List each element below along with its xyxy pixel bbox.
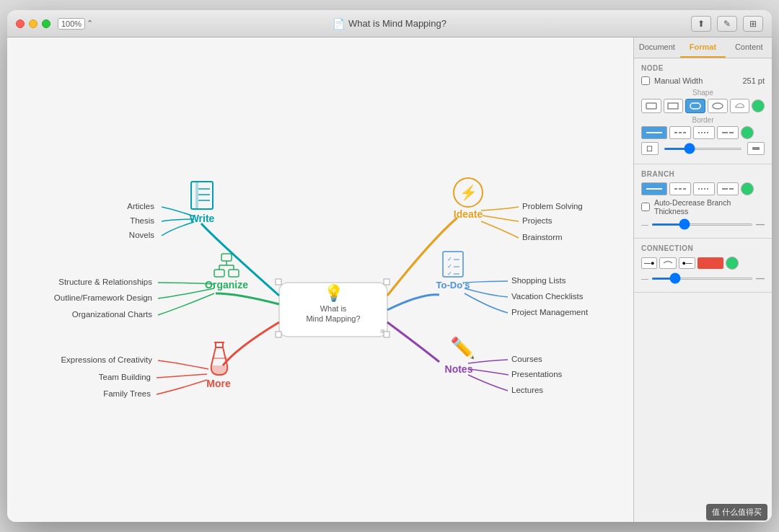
branch-thin-icon: — <box>641 221 648 229</box>
svg-text:Lectures: Lectures <box>511 386 543 394</box>
svg-text:Presentations: Presentations <box>511 370 563 378</box>
auto-decrease-checkbox[interactable] <box>641 203 650 211</box>
svg-text:Ideate: Ideate <box>454 208 483 220</box>
border-dash1-btn[interactable] <box>669 126 691 139</box>
svg-text:💡: 💡 <box>324 283 344 303</box>
manual-width-checkbox[interactable] <box>641 76 650 85</box>
conn-thin-icon: — <box>641 275 648 283</box>
border-width-row: ☐ <box>641 142 765 155</box>
node-section-title: NODE <box>641 64 765 72</box>
svg-rect-10 <box>195 182 198 209</box>
svg-text:Expressions of Creativity: Expressions of Creativity <box>61 355 152 364</box>
svg-text:Problem Solving: Problem Solving <box>522 202 583 210</box>
share-button[interactable]: ⬆ <box>691 16 711 32</box>
shape-roundrect-btn[interactable] <box>685 99 705 113</box>
window-title: 📄 What is Mind Mapping? <box>333 18 446 30</box>
svg-rect-7 <box>384 332 390 337</box>
svg-text:Projects: Projects <box>522 216 553 225</box>
svg-rect-59 <box>646 103 656 109</box>
svg-text:Thesis: Thesis <box>130 216 154 225</box>
watermark: 值 什么值得买 <box>706 504 767 520</box>
svg-text:Team Building: Team Building <box>99 373 151 381</box>
svg-rect-42 <box>229 270 239 277</box>
traffic-lights <box>16 19 50 28</box>
tab-document[interactable]: Document <box>634 37 680 58</box>
svg-text:Novels: Novels <box>129 231 154 239</box>
branch-dash2-btn[interactable] <box>693 182 715 195</box>
shape-rect-sharp-btn[interactable] <box>664 99 684 113</box>
connection-section-title: CONNECTION <box>641 244 765 252</box>
svg-text:What is: What is <box>320 304 347 313</box>
branch-color-btn[interactable] <box>741 182 754 195</box>
branch-thick-icon: — <box>756 219 765 229</box>
shape-oval-btn[interactable] <box>708 99 728 113</box>
svg-point-62 <box>713 103 723 109</box>
shape-color-btn[interactable] <box>752 99 765 112</box>
branch-dash1-btn[interactable] <box>669 182 691 195</box>
border-color-btn[interactable] <box>741 126 754 139</box>
connection-row1: —● ●— <box>641 257 765 270</box>
connection-end-btn[interactable]: ●— <box>679 257 695 269</box>
shape-cloud-btn[interactable] <box>730 99 750 113</box>
connection-section: CONNECTION —● ●— — <box>634 239 772 293</box>
zoom-stepper[interactable]: ⌃ <box>87 19 93 28</box>
connection-style-btn[interactable] <box>659 257 677 269</box>
border-no-btn[interactable]: ☐ <box>641 142 659 155</box>
svg-text:More: More <box>206 378 231 389</box>
border-thick-btn[interactable] <box>747 142 765 155</box>
manual-width-label: Manual Width <box>654 76 705 85</box>
connection-slider-row: — — <box>641 273 765 283</box>
border-label: Border <box>641 116 765 124</box>
svg-text:Courses: Courses <box>511 355 542 363</box>
document-icon: 📄 <box>333 18 345 30</box>
layout-button[interactable]: ⊞ <box>743 16 763 32</box>
panel-tabs: Document Format Content <box>634 37 772 58</box>
border-dash3-btn[interactable] <box>717 126 739 139</box>
connection-start-btn[interactable]: —● <box>641 257 657 269</box>
svg-text:Notes: Notes <box>445 363 473 375</box>
border-width-slider[interactable] <box>664 148 742 150</box>
connection-width-slider[interactable] <box>651 278 753 280</box>
manual-width-row: Manual Width 251 pt <box>641 76 765 85</box>
title-text: What is Mind Mapping? <box>348 18 446 29</box>
svg-rect-41 <box>214 270 224 277</box>
branch-dash3-btn[interactable] <box>717 182 739 195</box>
arrow-end-icon: ●— <box>682 260 692 267</box>
svg-rect-24 <box>443 252 463 277</box>
svg-text:Project Management: Project Management <box>511 308 589 316</box>
svg-text:Shopping Lists: Shopping Lists <box>511 276 566 285</box>
minimize-button[interactable] <box>29 19 38 28</box>
titlebar: 100% ⌃ 📄 What is Mind Mapping? ⬆ ✎ ⊞ <box>7 10 772 37</box>
svg-text:⚡: ⚡ <box>459 184 477 201</box>
border-solid-btn[interactable] <box>641 126 667 139</box>
main-content: 💡 What is Mind Mapping? ⊞ Write <box>7 37 772 522</box>
tab-format[interactable]: Format <box>680 37 726 58</box>
auto-decrease-row: Auto-Decrease Branch Thickness <box>641 198 765 216</box>
svg-rect-40 <box>221 254 232 261</box>
mindmap-svg: 💡 What is Mind Mapping? ⊞ Write <box>7 37 633 522</box>
border-dash2-btn[interactable] <box>693 126 715 139</box>
zoom-value[interactable]: 100% <box>58 18 85 30</box>
shape-rect-btn[interactable] <box>641 99 661 113</box>
zoom-control[interactable]: 100% ⌃ <box>58 18 93 30</box>
connection-color2-btn[interactable] <box>726 257 739 270</box>
svg-text:Brainstorm: Brainstorm <box>522 233 563 241</box>
svg-rect-6 <box>384 279 390 285</box>
svg-rect-8 <box>276 332 281 337</box>
svg-text:✓: ✓ <box>447 256 452 262</box>
edit-button[interactable]: ✎ <box>717 16 737 32</box>
branch-section: BRANCH <box>634 164 772 239</box>
close-button[interactable] <box>16 19 25 28</box>
shape-label: Shape <box>641 89 765 97</box>
app-window: 100% ⌃ 📄 What is Mind Mapping? ⬆ ✎ ⊞ 💡 W… <box>7 10 772 522</box>
branch-solid-btn[interactable] <box>641 182 667 195</box>
maximize-button[interactable] <box>42 19 50 28</box>
tab-content[interactable]: Content <box>726 37 772 58</box>
svg-text:✓: ✓ <box>447 263 452 270</box>
branch-style-row <box>641 182 765 195</box>
connection-color-btn[interactable] <box>697 257 723 269</box>
svg-rect-67 <box>752 147 760 150</box>
canvas-area[interactable]: 💡 What is Mind Mapping? ⊞ Write <box>7 37 633 522</box>
branch-thickness-slider[interactable] <box>651 223 753 226</box>
manual-width-value: 251 pt <box>742 76 765 85</box>
